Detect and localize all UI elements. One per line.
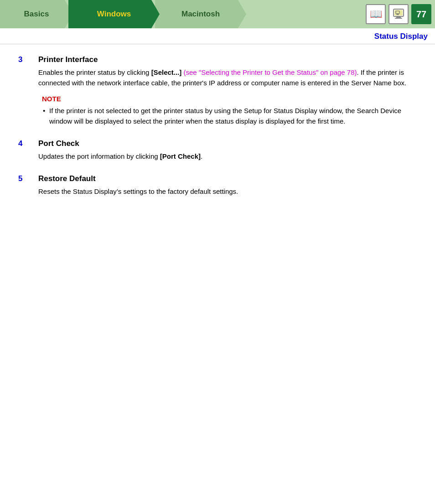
page-title-bar: Status Display	[0, 28, 435, 44]
nav-bar: Basics Windows Macintosh 📖 77	[0, 0, 435, 28]
svg-rect-1	[396, 16, 401, 18]
section-5-body: Restore Default Resets the Status Displa…	[38, 174, 417, 197]
section-4: 4 Port Check Updates the port informatio…	[18, 139, 417, 161]
page-number: 77	[411, 4, 431, 24]
tab-windows-label: Windows	[97, 10, 131, 19]
section-5-title: Restore Default	[38, 174, 417, 183]
note-block-3: NOTE If the printer is not selected to g…	[38, 95, 417, 127]
section-3: 3 Printer Interface Enables the printer …	[18, 55, 417, 126]
section-4-body: Port Check Updates the port information …	[38, 139, 417, 161]
section-4-title: Port Check	[38, 139, 417, 148]
section-3-body: Printer Interface Enables the printer st…	[38, 55, 417, 126]
book-icon[interactable]: 📖	[366, 4, 386, 24]
section-3-text-before: Enables the printer status by clicking	[38, 68, 151, 76]
svg-rect-5	[397, 14, 399, 15]
nav-icons: 📖 77	[366, 0, 435, 28]
tab-basics[interactable]: Basics	[0, 0, 73, 28]
section-3-number: 3	[18, 55, 31, 126]
section-3-bold: [Select...]	[151, 68, 182, 76]
section-4-text-before: Updates the port information by clicking	[38, 152, 160, 160]
section-5-text: Resets the Status Display’s settings to …	[38, 186, 417, 197]
section-3-link[interactable]: (see "Selecting the Printer to Get the S…	[181, 68, 357, 76]
main-content: 3 Printer Interface Enables the printer …	[0, 44, 435, 228]
note-label-3: NOTE	[42, 95, 417, 103]
section-4-bold: [Port Check]	[160, 152, 201, 160]
svg-rect-2	[395, 18, 402, 19]
section-5: 5 Restore Default Resets the Status Disp…	[18, 174, 417, 197]
tab-windows[interactable]: Windows	[68, 0, 160, 28]
section-3-text: Enables the printer status by clicking […	[38, 67, 417, 88]
tab-macintosh-label: Macintosh	[181, 10, 220, 19]
monitor-svg	[392, 8, 405, 21]
tab-basics-label: Basics	[24, 10, 49, 19]
tab-macintosh[interactable]: Macintosh	[155, 0, 246, 28]
section-4-number: 4	[18, 139, 31, 161]
section-5-number: 5	[18, 174, 31, 197]
monitor-icon[interactable]	[388, 4, 409, 24]
note-item-3-0: If the printer is not selected to get th…	[42, 105, 417, 127]
svg-rect-6	[396, 15, 399, 15]
note-list-3: If the printer is not selected to get th…	[42, 105, 417, 127]
section-4-text-after: .	[201, 152, 202, 160]
section-3-title: Printer Interface	[38, 55, 417, 64]
page-title: Status Display	[374, 32, 428, 41]
section-4-text: Updates the port information by clicking…	[38, 151, 417, 161]
